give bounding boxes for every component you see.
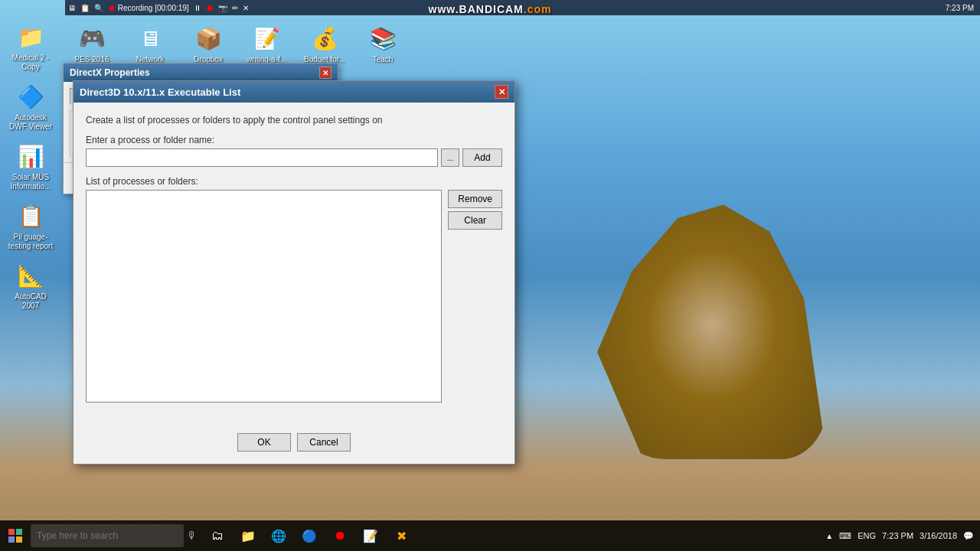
taskbar-x-icon[interactable]: ✖	[387, 522, 415, 549]
ok-button[interactable]: OK	[237, 433, 291, 452]
taskbar-explorer-icon[interactable]: 🗂	[204, 522, 231, 549]
pes-icon: 🎮	[77, 23, 107, 54]
bandicam-watermark: www.BANDICAM.com	[429, 3, 552, 15]
bandicam-com: .com	[524, 3, 552, 15]
list-section: Remove Clear	[86, 190, 502, 403]
taskbar-search-input[interactable]	[31, 524, 184, 547]
direct3d-title: Direct3D 10.x/11.x Executable List	[80, 86, 240, 98]
pilguage-icon: 📋	[15, 201, 46, 231]
taskbar-record-icon[interactable]: ⏺	[326, 522, 354, 549]
medical2-icon: 📁	[15, 21, 46, 52]
mic-icon: 🎙	[187, 530, 198, 542]
start-button[interactable]	[0, 520, 31, 551]
process-list-box[interactable]	[86, 190, 442, 403]
autocad-label: AutoCAD2007	[15, 292, 47, 311]
desktop-icon-autodesk[interactable]: 🔷 AutodeskDWF Viewer	[3, 78, 58, 135]
clear-button[interactable]: Clear	[448, 211, 502, 230]
svg-rect-3	[16, 536, 22, 543]
teach-label: Teach	[373, 55, 394, 64]
tray-time: 7:23 PM	[946, 4, 974, 12]
autodesk-label: AutodeskDWF Viewer	[9, 113, 52, 132]
taskbar: 🎙 🗂 📁 🌐 🔵 ⏺ 📝 ✖ ▲ ⌨ ENG 7:23 PM 3/16/201…	[0, 520, 980, 551]
add-button[interactable]: Add	[462, 148, 502, 167]
directx-properties-title: DirectX Properties	[70, 67, 150, 78]
desktop-icon-solar[interactable]: 📊 Solar MUSInformatio...	[3, 138, 58, 194]
autodesk-icon: 🔷	[15, 81, 46, 112]
desktop: www.BANDICAM.com 🖥 📋 🔍 ⏺ Recording [00:0…	[0, 0, 980, 551]
network-icon: 🖥	[135, 23, 165, 54]
taskbar-ie-icon[interactable]: 🌐	[265, 522, 292, 549]
browse-button[interactable]: ...	[441, 148, 459, 167]
system-tray: 7:23 PM	[946, 4, 977, 12]
bandicam-text: BANDICAM	[459, 3, 524, 15]
taskbar-right: ▲ ⌨ ENG 7:23 PM 3/16/2018 💬	[825, 531, 980, 541]
taskbar-word-icon[interactable]: 📝	[357, 522, 384, 549]
writing-icon: 📝	[251, 23, 282, 54]
stop-icon[interactable]: ⏹	[206, 4, 214, 12]
svg-rect-2	[8, 536, 15, 543]
input-field-label: Enter a process or folder name:	[86, 135, 502, 145]
window-controls: ✕	[495, 85, 508, 99]
direct3d-titlebar: Direct3D 10.x/11.x Executable List ✕	[74, 81, 514, 103]
process-input[interactable]	[86, 148, 438, 167]
system-icon-2: 📋	[80, 4, 90, 12]
svg-rect-0	[8, 529, 15, 535]
language-indicator: ENG	[858, 531, 876, 540]
direct3d-footer: OK Cancel	[74, 427, 514, 464]
notifications-icon[interactable]: 💬	[963, 531, 974, 541]
remove-button[interactable]: Remove	[448, 190, 502, 208]
process-input-row: ... Add	[86, 148, 502, 167]
desktop-icon-medical2[interactable]: 📁 Medical 2 -Copy	[3, 18, 58, 75]
solar-icon: 📊	[15, 141, 46, 171]
close-top-icon[interactable]: ✕	[243, 4, 249, 12]
desktop-icon-pilguage[interactable]: 📋 Pil guage-testing report	[3, 197, 58, 254]
taskbar-folder-icon[interactable]: 📁	[234, 522, 262, 549]
solar-label: Solar MUSInformatio...	[11, 173, 51, 191]
taskbar-chrome-icon[interactable]: 🔵	[296, 522, 323, 549]
direct3d-description: Create a list of processes or folders to…	[86, 115, 502, 126]
keyboard-icon: ⌨	[839, 531, 851, 541]
autocad-icon: 📐	[15, 260, 46, 291]
pencil-icon[interactable]: ✏	[232, 4, 238, 12]
desktop-icon-autocad[interactable]: 📐 AutoCAD2007	[3, 257, 58, 314]
recording-label: Recording [00:00:19]	[118, 4, 189, 12]
desktop-icons-left: 📁 Medical 2 -Copy 🔷 AutodeskDWF Viewer 📊…	[0, 15, 61, 317]
tray-chevron[interactable]: ▲	[825, 532, 833, 540]
taskbar-app-icons: 🗂 📁 🌐 🔵 ⏺ 📝 ✖	[204, 522, 415, 549]
dropbox-icon: 📦	[193, 23, 224, 54]
svg-rect-1	[16, 529, 22, 535]
clock-date: 3/16/2018	[920, 531, 957, 540]
list-control-buttons: Remove Clear	[448, 190, 502, 403]
recording-indicator: ⏺ Recording [00:00:19]	[108, 4, 189, 12]
directx-properties-titlebar: DirectX Properties ✕	[64, 64, 338, 82]
desktop-icon-teach[interactable]: 📚 Teach	[355, 20, 410, 86]
direct3d-dialog: Direct3D 10.x/11.x Executable List ✕ Cre…	[73, 80, 515, 465]
directx-properties-close[interactable]: ✕	[319, 67, 332, 79]
budget-icon: 💰	[309, 23, 340, 54]
direct3d-close-button[interactable]: ✕	[495, 85, 508, 99]
medical2-label: Medical 2 -Copy	[12, 54, 50, 72]
pause-icon[interactable]: ⏸	[194, 4, 201, 12]
direct3d-content: Create a list of processes or folders to…	[74, 103, 514, 427]
rec-icon: ⏺	[108, 4, 116, 12]
camera-icon[interactable]: 📷	[218, 4, 227, 12]
pilguage-label: Pil guage-testing report	[8, 233, 53, 251]
system-icon-1: 🖥	[68, 4, 76, 12]
clock-time: 7:23 PM	[882, 531, 913, 540]
teach-icon: 📚	[368, 23, 398, 54]
list-section-label: List of processes or folders:	[86, 176, 502, 187]
search-icon-top: 🔍	[94, 4, 103, 12]
cancel-button[interactable]: Cancel	[297, 433, 351, 452]
